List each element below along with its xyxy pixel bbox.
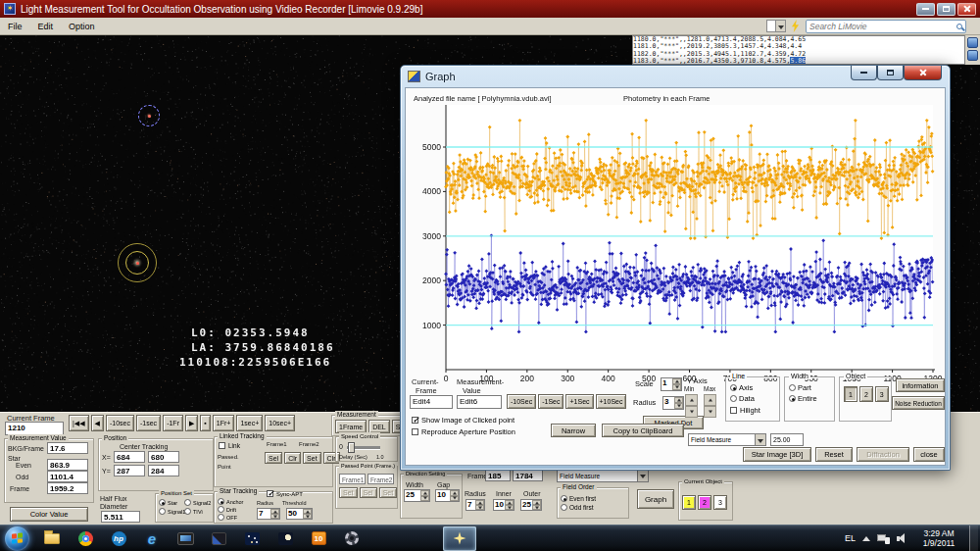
show-desktop-button[interactable] bbox=[969, 526, 978, 551]
inner-radius-spinner[interactable]: 10 bbox=[493, 499, 514, 511]
x-position-value[interactable]: 684 bbox=[114, 451, 145, 463]
search-icon[interactable] bbox=[956, 24, 962, 29]
seek-button--1sec[interactable]: +1Sec bbox=[565, 394, 593, 409]
ps-radios-a-star[interactable]: Star bbox=[159, 499, 177, 506]
width-spinner[interactable]: 25 bbox=[404, 489, 430, 502]
toolbar-dropdown[interactable] bbox=[766, 20, 786, 32]
radius-value[interactable]: 7 bbox=[258, 509, 270, 519]
spin-down-icon[interactable] bbox=[672, 384, 681, 390]
menu-edit[interactable]: Edit bbox=[30, 20, 62, 33]
graph-field-measure-combo[interactable]: Field Measure bbox=[688, 433, 766, 446]
spin-down-icon[interactable] bbox=[532, 505, 541, 510]
radius-spinner[interactable]: 7 bbox=[257, 508, 280, 520]
gw-radios-part[interactable]: Part bbox=[789, 383, 811, 392]
spin-down-icon[interactable] bbox=[674, 403, 683, 409]
spin-down-icon[interactable] bbox=[270, 514, 279, 519]
frame-start-value[interactable]: 185 bbox=[485, 470, 511, 481]
spin-down-icon[interactable] bbox=[704, 406, 716, 418]
search-box[interactable] bbox=[806, 20, 966, 33]
linked-tracking-button-set[interactable]: Set bbox=[303, 452, 321, 464]
field-measure-value[interactable]: 25.00 bbox=[770, 433, 804, 446]
ps-radios-b-signal2[interactable]: Signal2 bbox=[184, 499, 211, 506]
language-indicator[interactable]: EL bbox=[845, 533, 856, 543]
start-button[interactable] bbox=[5, 526, 29, 551]
search-input[interactable] bbox=[809, 22, 956, 31]
spin-down-icon[interactable] bbox=[420, 496, 429, 502]
passed-frame2-field[interactable]: Frame2 bbox=[368, 474, 394, 484]
copy-to-clipboard-button[interactable]: Copy to ClipBoard bbox=[602, 424, 684, 437]
graph-close-action-button[interactable]: close bbox=[913, 447, 945, 462]
link-checkbox[interactable]: Link bbox=[219, 442, 240, 449]
frame-end-value[interactable]: 1784 bbox=[513, 470, 543, 481]
transport-button--[interactable]: |◀◀ bbox=[69, 415, 89, 431]
taskbar-ten-button[interactable]: 10 bbox=[302, 526, 335, 551]
gw-radios-entire[interactable]: Entire bbox=[789, 394, 817, 403]
scale-spinner[interactable]: 1 bbox=[661, 377, 682, 391]
transport-button--[interactable]: ▶ bbox=[185, 415, 198, 431]
current-object-button-2[interactable]: 2 bbox=[698, 495, 711, 510]
chevron-down-icon[interactable] bbox=[755, 434, 765, 445]
minimize-button[interactable] bbox=[916, 3, 935, 16]
seek-button--1sec[interactable]: -1Sec bbox=[538, 394, 564, 409]
linked-tracking-button-clr[interactable]: Clr bbox=[284, 452, 301, 464]
scale-value[interactable]: 1 bbox=[662, 378, 672, 390]
reset-button[interactable]: Reset bbox=[815, 447, 853, 462]
taskbar-ie-button[interactable]: e bbox=[135, 526, 169, 551]
maximize-button[interactable] bbox=[937, 3, 956, 16]
taskbar-starsky-button[interactable] bbox=[235, 526, 269, 551]
passed-frame1-field[interactable]: Frame1 bbox=[339, 474, 366, 484]
seek-button--10sec[interactable]: +10Sec bbox=[596, 394, 627, 409]
slider-thumb[interactable] bbox=[348, 442, 355, 453]
taskbar-limovie-button[interactable] bbox=[443, 526, 476, 551]
width-value[interactable]: 25 bbox=[405, 490, 420, 501]
ps-radios-b-tivi[interactable]: TIVi bbox=[184, 508, 203, 515]
r1-value[interactable]: 7 bbox=[466, 500, 475, 510]
taskbar-explorer-button[interactable] bbox=[35, 526, 69, 551]
graph-object-button-3[interactable]: 3 bbox=[875, 386, 889, 402]
spin-down-icon[interactable] bbox=[303, 514, 312, 519]
close-button[interactable] bbox=[957, 3, 976, 16]
transport-button-10sec-[interactable]: 10sec+ bbox=[265, 415, 295, 431]
spin-down-icon[interactable] bbox=[475, 505, 484, 510]
graph-maximize-button[interactable] bbox=[877, 66, 904, 80]
volume-icon[interactable] bbox=[897, 533, 908, 544]
transport-button--[interactable]: ▪ bbox=[200, 415, 210, 431]
gap-value[interactable]: 10 bbox=[436, 490, 450, 501]
measurement-button-1frame[interactable]: 1Frame bbox=[335, 420, 367, 433]
graph-button[interactable]: Graph bbox=[637, 489, 674, 509]
gap-spinner[interactable]: 10 bbox=[435, 489, 460, 502]
spin-down-icon[interactable] bbox=[505, 505, 514, 510]
show-image-checkbox[interactable]: Show Image of Clicked point bbox=[412, 416, 514, 425]
outer-radius-spinner[interactable]: 25 bbox=[520, 499, 542, 511]
y-max-spinner[interactable] bbox=[704, 394, 716, 418]
menu-option[interactable]: Option bbox=[61, 20, 103, 33]
graph-object-button-1[interactable]: 1 bbox=[844, 386, 858, 402]
ps-radios-a-signal1[interactable]: Signal1 bbox=[159, 508, 185, 515]
narrow-button[interactable]: Narrow bbox=[551, 424, 596, 437]
menu-file[interactable]: File bbox=[0, 20, 30, 33]
st-radios-off[interactable]: OFF bbox=[218, 514, 237, 521]
speed-slider[interactable] bbox=[347, 446, 380, 449]
field-measure-combo[interactable]: Field Measure bbox=[557, 469, 649, 482]
noise-reduction-button[interactable]: Noise Reduction bbox=[892, 396, 945, 410]
gl-radios-axis[interactable]: Axis bbox=[730, 383, 753, 392]
network-icon[interactable] bbox=[877, 533, 890, 544]
transport-button-1sec-[interactable]: 1sec+ bbox=[236, 415, 263, 431]
hidden-icons-button[interactable] bbox=[862, 536, 870, 541]
st-radios-anchor[interactable]: Anchor bbox=[218, 498, 243, 505]
current-object-button-3[interactable]: 3 bbox=[713, 495, 727, 510]
taskbar-gear-button[interactable] bbox=[335, 526, 368, 551]
spin-up-icon[interactable] bbox=[704, 394, 716, 406]
information-button[interactable]: information bbox=[896, 378, 945, 392]
graph-object-button-2[interactable]: 2 bbox=[859, 386, 873, 402]
current-object-button-1[interactable]: 1 bbox=[682, 495, 696, 510]
spin-down-icon[interactable] bbox=[450, 496, 459, 502]
measurement-log-list[interactable]: 1180.0,"***",,1281.0,4713.4,2088.5,4.084… bbox=[632, 35, 965, 65]
threshold-value[interactable]: 50 bbox=[287, 509, 303, 519]
current-frame-edit[interactable]: Edit4 bbox=[410, 395, 453, 409]
color-value-button[interactable]: Color Value bbox=[10, 507, 88, 522]
taskbar-chrome-button[interactable] bbox=[69, 526, 102, 551]
chevron-down-icon[interactable] bbox=[637, 470, 648, 481]
measurement-value-edit[interactable]: Edit6 bbox=[457, 395, 502, 409]
st-radios-drift[interactable]: Drift bbox=[218, 506, 236, 513]
